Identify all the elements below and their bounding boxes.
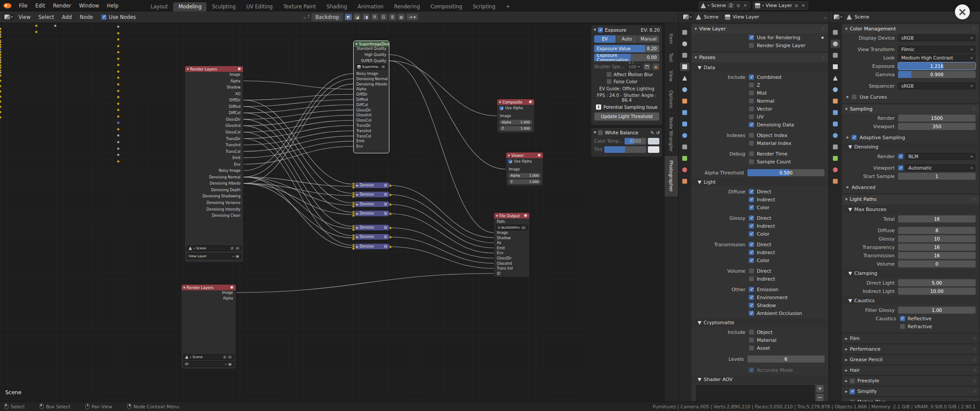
properties-tab-data[interactable] xyxy=(680,154,689,163)
properties-tab-physics[interactable] xyxy=(831,131,840,140)
workspace-tab-uv-editing[interactable]: UV Editing xyxy=(241,2,278,11)
affect-motion-blur-checkbox[interactable] xyxy=(606,72,612,77)
node-denoise-1[interactable]: ▶Denoise xyxy=(353,182,390,189)
overlay-toggle-icon[interactable]: ◍ xyxy=(398,14,405,20)
node-socket[interactable] xyxy=(0,27,2,30)
checkbox[interactable] xyxy=(749,114,754,119)
node-socket[interactable] xyxy=(389,226,392,230)
collapsed-panel-freestyle[interactable]: ▶Freestyle⠿ xyxy=(842,376,979,385)
exposure-mode-ev[interactable]: EV xyxy=(594,35,616,43)
node-socket[interactable] xyxy=(0,56,2,59)
node-socket[interactable] xyxy=(0,116,2,119)
properties-tab-texture[interactable] xyxy=(680,177,689,185)
workspace-tab-compositing[interactable]: Compositing xyxy=(425,2,467,11)
pin-icon[interactable]: ⟓ xyxy=(303,14,305,20)
color-temp-slider[interactable]: 6500 xyxy=(625,138,646,144)
eyedropper-icon[interactable]: ✎ xyxy=(650,130,654,135)
panel-header-view-layer[interactable]: ▼View Layer⠿ xyxy=(692,24,828,33)
node-socket[interactable] xyxy=(0,66,2,69)
node-socket[interactable] xyxy=(352,195,355,198)
properties-tab-physics[interactable] xyxy=(680,131,689,140)
checkbox[interactable] xyxy=(749,197,754,202)
checkbox[interactable] xyxy=(749,74,754,80)
properties-tab-modifiers[interactable] xyxy=(680,108,689,117)
checkbox[interactable] xyxy=(749,90,754,96)
node-composite[interactable]: ▼CompositeUse AlphaImageAlpha1.000Z1.000 xyxy=(497,99,535,133)
sidebar-tab-tool[interactable]: Tool xyxy=(665,48,678,66)
checkbox[interactable] xyxy=(749,159,754,164)
tint-swatch[interactable] xyxy=(648,146,659,153)
exposure-mode-manual[interactable]: Manual xyxy=(638,35,659,43)
properties-tab-tool[interactable] xyxy=(680,28,689,37)
checkbox[interactable] xyxy=(749,287,754,292)
dropdown[interactable]: Filmic▾ xyxy=(898,46,976,53)
node-socket[interactable] xyxy=(117,115,120,118)
checkbox[interactable] xyxy=(749,258,754,263)
subpanel-header-clamping[interactable]: ▼Clamping xyxy=(842,269,979,278)
node-socket[interactable] xyxy=(389,203,392,206)
node-socket[interactable] xyxy=(0,30,2,33)
checkbox[interactable] xyxy=(851,94,857,100)
checkbox[interactable] xyxy=(749,295,754,300)
properties-tab-data[interactable] xyxy=(831,154,840,163)
panel-header-passes[interactable]: ▼Passes⠿ xyxy=(692,53,828,62)
collapsed-panel-motion-blur[interactable]: ▶Motion Blur⠿ xyxy=(842,397,979,401)
value-slider[interactable]: 6 xyxy=(747,355,825,363)
node-socket[interactable] xyxy=(117,83,120,86)
node-view-layer-selector[interactable]: ID▾◉ xyxy=(183,361,234,367)
value-slider[interactable]: 0.900 xyxy=(898,71,976,78)
node-menu-view[interactable]: View xyxy=(15,11,34,23)
checkbox[interactable] xyxy=(900,324,905,329)
alpha-value-field[interactable]: Alpha1.000 xyxy=(508,173,541,178)
properties-tab-object[interactable] xyxy=(831,97,840,105)
value-slider[interactable]: 0 xyxy=(898,260,976,267)
z-value-field[interactable]: Z1.000 xyxy=(508,179,541,184)
node-socket[interactable] xyxy=(35,30,38,33)
checkbox[interactable] xyxy=(749,303,754,308)
editor-type-selector[interactable]: ▾ xyxy=(681,14,693,20)
node-denoise-5[interactable]: ▶Denoise xyxy=(353,224,390,231)
exposure-compensation-slider[interactable]: Exposure Compensation 0.00 xyxy=(594,54,659,61)
subpanel-header-light[interactable]: ▼Light xyxy=(692,178,828,186)
value-slider[interactable]: 1.216 xyxy=(898,63,976,70)
menu-edit[interactable]: Edit xyxy=(31,0,49,11)
exposure-enable-checkbox[interactable] xyxy=(598,27,603,33)
exposure-value-slider[interactable]: Exposure Value 8.20 xyxy=(594,45,659,52)
properties-tab-output[interactable] xyxy=(831,51,840,59)
properties-tab-particles[interactable] xyxy=(680,120,689,128)
node-socket[interactable] xyxy=(117,128,120,131)
checkbox[interactable] xyxy=(749,242,754,247)
checkbox[interactable] xyxy=(749,122,754,127)
node-denoise-6[interactable]: ▶Denoise xyxy=(353,233,390,240)
collapsed-subpanel-adaptive-sampling[interactable]: ▶Adaptive Sampling xyxy=(842,133,979,141)
auto-exposure-icon[interactable]: ◉ xyxy=(652,63,659,70)
node-denoise-3[interactable]: ▶Denoise xyxy=(353,201,390,207)
node-render-layers-2[interactable]: ▼Render LayersImageAlpha▾Scene2✕ID▾◉ xyxy=(181,284,236,369)
subpanel-header-shader-aov[interactable]: ▼Shader AOV xyxy=(692,375,828,384)
properties-tab-material[interactable] xyxy=(680,166,689,174)
node-viewer[interactable]: ▼ViewerUse AlphaImageAlpha1.000Z1.000 xyxy=(506,152,544,186)
node-denoise-2[interactable]: ▶Denoise xyxy=(353,191,390,198)
workspace-tab-shading[interactable]: Shading xyxy=(321,2,352,11)
dropdown[interactable]: Medium High Contrast▾ xyxy=(898,54,976,61)
remove-aov-button[interactable]: − xyxy=(816,394,824,401)
folder-browse-icon[interactable]: 🗀 xyxy=(521,226,526,230)
backdrop-channel-alpha-icon[interactable]: ◨ xyxy=(362,14,370,20)
checkbox[interactable] xyxy=(749,337,754,343)
backdrop-channel-g-button[interactable]: G xyxy=(380,14,387,20)
menu-render[interactable]: Render xyxy=(49,0,75,11)
node-socket[interactable] xyxy=(117,147,120,150)
add-view-layer-icon[interactable]: ⧉ xyxy=(794,3,799,8)
checkbox[interactable] xyxy=(749,231,754,237)
node-socket[interactable] xyxy=(35,24,38,27)
checkbox[interactable] xyxy=(749,276,754,281)
editor-type-selector[interactable]: ▾ xyxy=(832,14,844,20)
properties-tab-viewlayer[interactable] xyxy=(680,63,689,71)
node-socket[interactable] xyxy=(352,237,355,241)
node-header[interactable]: ▼Viewer xyxy=(506,152,543,158)
node-socket[interactable] xyxy=(117,44,120,48)
checkbox[interactable] xyxy=(749,141,754,146)
checkbox[interactable] xyxy=(749,151,754,156)
sidebar-tab-view[interactable]: View xyxy=(665,66,678,86)
menu-window[interactable]: Window xyxy=(75,0,103,11)
